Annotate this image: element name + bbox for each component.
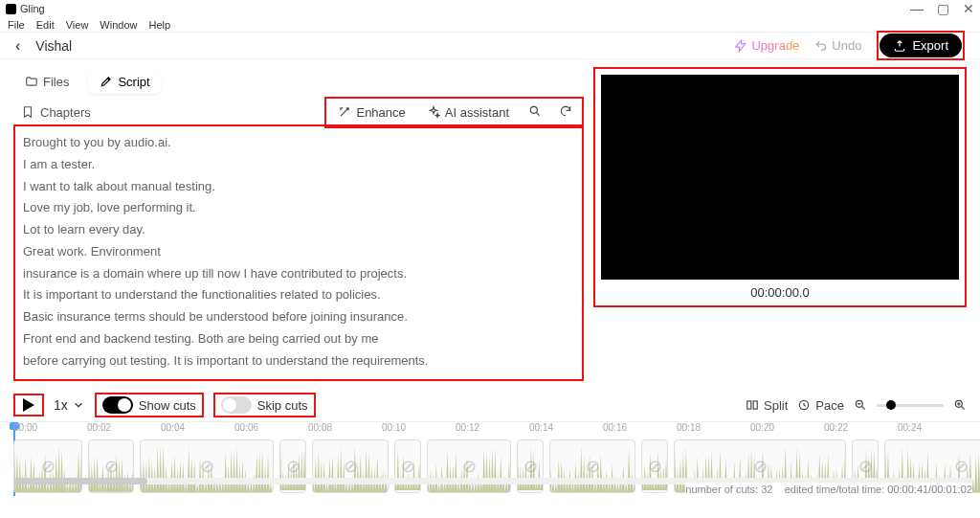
window-minimize-icon[interactable]: —: [910, 1, 924, 16]
svg-point-0: [530, 106, 537, 113]
status-bar: number of cuts: 32 edited time/total tim…: [685, 483, 972, 496]
menu-help[interactable]: Help: [148, 19, 170, 31]
timeline-clip[interactable]: ⊘: [517, 439, 544, 493]
transcript-line[interactable]: Love my job, love performing it.: [23, 197, 574, 219]
app-title: Gling: [20, 3, 45, 14]
video-preview[interactable]: [601, 75, 959, 280]
zoom-in-button[interactable]: [953, 398, 967, 412]
script-icon: [100, 75, 113, 88]
transcript-line[interactable]: Lot to learn every day.: [23, 219, 574, 241]
header: ‹ Vishal Upgrade Undo Export: [0, 33, 980, 59]
bolt-icon: [734, 39, 747, 53]
play-icon: [23, 398, 34, 412]
right-pane: 00:00:00.0: [593, 67, 967, 381]
timeline-clip[interactable]: ⊘: [88, 439, 134, 493]
show-cuts-toggle[interactable]: Show cuts: [95, 393, 204, 417]
timeline[interactable]: 00:0000:0200:0400:0600:0800:1000:1200:14…: [0, 421, 980, 496]
transcript[interactable]: Brought to you by audio.ai. I am a teste…: [13, 124, 584, 381]
search-button[interactable]: [523, 101, 547, 124]
transcript-line[interactable]: It is important to understand the functi…: [23, 284, 574, 306]
menu-edit[interactable]: Edit: [36, 19, 55, 31]
chapters-button[interactable]: Chapters: [13, 101, 99, 124]
window-close-icon[interactable]: ✕: [963, 1, 974, 16]
undo-icon: [814, 39, 828, 53]
svg-rect-1: [747, 401, 751, 409]
split-button[interactable]: Split: [746, 398, 788, 413]
tab-files[interactable]: Files: [13, 70, 80, 94]
svg-rect-2: [753, 401, 757, 409]
back-button[interactable]: ‹: [15, 37, 20, 55]
transcript-line[interactable]: insurance is a domain where up till now …: [23, 263, 574, 285]
ai-assistant-button[interactable]: AI assistant: [419, 101, 517, 124]
pace-icon: [797, 398, 811, 412]
transcript-line[interactable]: Basic insurance terms should be understo…: [23, 306, 574, 328]
sparkle-icon: [427, 105, 440, 119]
timeline-clip[interactable]: ⊘: [394, 439, 421, 493]
transcript-line[interactable]: Front end and backend testing. Both are …: [23, 328, 574, 350]
chevron-down-icon: [72, 398, 85, 412]
titlebar: Gling — ▢ ✕: [0, 0, 980, 17]
play-button[interactable]: [13, 394, 44, 417]
bookmark-icon: [21, 105, 34, 119]
pace-button[interactable]: Pace: [797, 398, 844, 413]
transcript-line[interactable]: I want to talk about manual testing.: [23, 176, 574, 198]
timeline-clip[interactable]: ⊘: [13, 439, 82, 493]
skip-cuts-toggle[interactable]: Skip cuts: [213, 393, 316, 417]
transcript-line[interactable]: Brought to you by audio.ai.: [23, 132, 574, 154]
tabs: Files Script: [13, 67, 584, 96]
enhance-button[interactable]: Enhance: [330, 101, 412, 124]
enhance-icon: [338, 105, 351, 119]
menubar: File Edit View Window Help: [0, 17, 980, 33]
timecode: 00:00:00.0: [601, 285, 959, 300]
app-logo: [6, 4, 16, 14]
export-button[interactable]: Export: [880, 34, 962, 57]
playback-controls: 1x Show cuts Skip cuts Split Pace: [0, 389, 980, 421]
preview-panel: 00:00:00.0: [593, 67, 967, 307]
menu-view[interactable]: View: [66, 19, 89, 31]
menu-file[interactable]: File: [8, 19, 25, 31]
search-icon: [528, 104, 542, 118]
menu-window[interactable]: Window: [100, 19, 137, 31]
timeline-clip[interactable]: ⊘: [279, 439, 306, 493]
zoom-out-button[interactable]: [854, 398, 867, 412]
time-ruler: 00:0000:0200:0400:0600:0800:1000:1200:14…: [0, 422, 980, 436]
timeline-clip[interactable]: ⊘: [427, 439, 511, 493]
timeline-clip[interactable]: ⊘: [140, 439, 274, 493]
timeline-clip[interactable]: ⊘: [549, 439, 635, 493]
zoom-slider[interactable]: [877, 404, 944, 407]
left-pane: Files Script Chapters Enhance AI assis: [13, 67, 584, 381]
refresh-icon: [559, 104, 572, 118]
project-name: Vishal: [35, 38, 72, 54]
folder-icon: [25, 75, 38, 88]
transcript-line[interactable]: Great work. Environment: [23, 241, 574, 263]
window-maximize-icon[interactable]: ▢: [937, 1, 949, 16]
transcript-line[interactable]: before carrying out testing. It is impor…: [23, 350, 574, 372]
tab-script[interactable]: Script: [88, 70, 161, 94]
timeline-clip[interactable]: ⊘: [312, 439, 389, 493]
split-icon: [746, 398, 759, 412]
upgrade-button[interactable]: Upgrade: [734, 38, 799, 53]
undo-button[interactable]: Undo: [814, 38, 861, 53]
export-icon: [893, 39, 906, 53]
speed-selector[interactable]: 1x: [54, 397, 85, 413]
transcript-line[interactable]: I am a tester.: [23, 154, 574, 176]
main: Files Script Chapters Enhance AI assis: [0, 59, 980, 389]
zoom-in-icon: [953, 398, 967, 412]
refresh-button[interactable]: [553, 101, 578, 124]
zoom-out-icon: [854, 398, 867, 412]
timeline-clip[interactable]: ⊘: [641, 439, 668, 493]
